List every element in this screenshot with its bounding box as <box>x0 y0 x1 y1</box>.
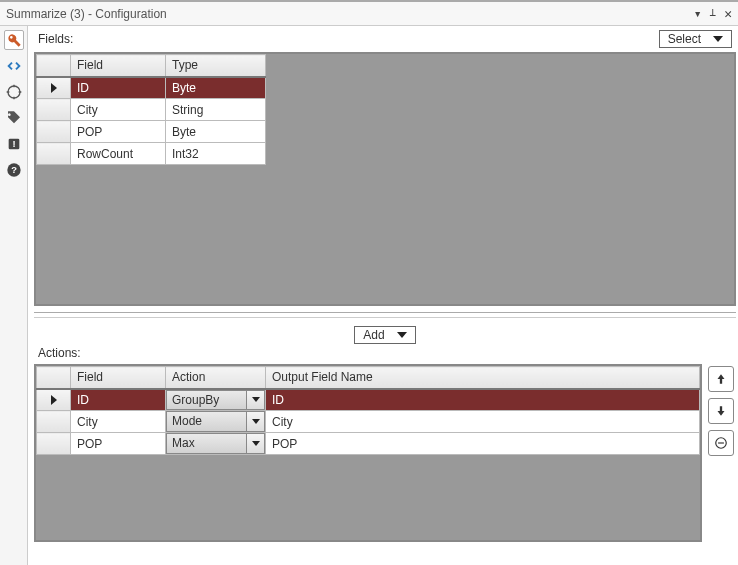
add-label: Add <box>363 328 384 342</box>
alert-icon[interactable]: ! <box>4 134 24 154</box>
table-row[interactable]: ID GroupBy ID <box>37 389 700 411</box>
row-indicator[interactable] <box>37 77 71 99</box>
reorder-buttons <box>708 364 736 542</box>
help-icon[interactable]: ? <box>4 160 24 180</box>
fields-grid-container: Field Type ID Byte City String <box>34 52 736 306</box>
actions-label: Actions: <box>38 346 81 360</box>
row-indicator[interactable] <box>37 99 71 121</box>
cell-field[interactable]: POP <box>71 433 166 455</box>
row-header-blank <box>37 367 71 389</box>
row-header-blank <box>37 55 71 77</box>
table-row[interactable]: RowCount Int32 <box>37 143 266 165</box>
cell-field[interactable]: POP <box>71 121 166 143</box>
row-indicator[interactable] <box>37 121 71 143</box>
section-divider <box>34 312 736 318</box>
cell-field[interactable]: ID <box>71 77 166 99</box>
svg-text:!: ! <box>12 139 15 149</box>
cell-field[interactable]: City <box>71 99 166 121</box>
svg-text:?: ? <box>11 165 17 175</box>
titlebar: Summarize (3) - Configuration ▾ ⟂ ✕ <box>0 0 738 26</box>
wrench-icon[interactable] <box>4 30 24 50</box>
row-indicator[interactable] <box>37 143 71 165</box>
col-header-field[interactable]: Field <box>71 367 166 389</box>
col-header-action[interactable]: Action <box>166 367 266 389</box>
cell-action[interactable]: GroupBy <box>166 389 266 411</box>
combo-value: GroupBy <box>166 390 247 411</box>
row-indicator[interactable] <box>37 433 71 455</box>
table-row[interactable]: POP Max POP <box>37 433 700 455</box>
chevron-down-icon <box>397 332 407 338</box>
actions-grid[interactable]: Field Action Output Field Name ID <box>36 366 700 455</box>
actions-grid-container: Field Action Output Field Name ID <box>34 364 702 542</box>
row-indicator[interactable] <box>37 389 71 411</box>
col-header-field[interactable]: Field <box>71 55 166 77</box>
action-combo[interactable]: Mode <box>166 411 265 432</box>
cell-action[interactable]: Mode <box>166 411 266 433</box>
tool-sidebar: ! ? <box>0 26 28 565</box>
cell-output[interactable]: POP <box>266 433 700 455</box>
action-combo[interactable]: GroupBy <box>166 390 265 411</box>
window-title: Summarize (3) - Configuration <box>6 7 167 21</box>
close-icon[interactable]: ✕ <box>724 6 732 21</box>
combo-value: Mode <box>166 411 247 432</box>
fields-label: Fields: <box>38 32 73 46</box>
chevron-down-icon[interactable] <box>247 433 265 454</box>
cell-action[interactable]: Max <box>166 433 266 455</box>
target-icon[interactable] <box>4 82 24 102</box>
cell-type[interactable]: Int32 <box>166 143 266 165</box>
table-row[interactable]: ID Byte <box>37 77 266 99</box>
window-controls: ▾ ⟂ ✕ <box>694 6 732 21</box>
cell-field[interactable]: ID <box>71 389 166 411</box>
col-header-type[interactable]: Type <box>166 55 266 77</box>
chevron-down-icon <box>713 36 723 42</box>
row-indicator[interactable] <box>37 411 71 433</box>
table-row[interactable]: POP Byte <box>37 121 266 143</box>
cell-type[interactable]: Byte <box>166 121 266 143</box>
minimize-icon[interactable]: ▾ <box>694 6 702 21</box>
move-down-button[interactable] <box>708 398 734 424</box>
select-label: Select <box>668 32 701 46</box>
svg-point-0 <box>8 86 20 98</box>
combo-value: Max <box>166 433 247 454</box>
cell-type[interactable]: String <box>166 99 266 121</box>
col-header-output[interactable]: Output Field Name <box>266 367 700 389</box>
fields-grid[interactable]: Field Type ID Byte City String <box>36 54 266 165</box>
code-icon[interactable] <box>4 56 24 76</box>
cell-field[interactable]: City <box>71 411 166 433</box>
pin-icon[interactable]: ⟂ <box>710 6 717 21</box>
table-row[interactable]: City String <box>37 99 266 121</box>
action-combo[interactable]: Max <box>166 433 265 454</box>
select-dropdown[interactable]: Select <box>659 30 732 48</box>
table-row[interactable]: City Mode City <box>37 411 700 433</box>
cell-type[interactable]: Byte <box>166 77 266 99</box>
add-dropdown[interactable]: Add <box>354 326 415 344</box>
remove-button[interactable] <box>708 430 734 456</box>
cell-field[interactable]: RowCount <box>71 143 166 165</box>
chevron-down-icon[interactable] <box>247 390 265 411</box>
chevron-down-icon[interactable] <box>247 411 265 432</box>
cell-output[interactable]: City <box>266 411 700 433</box>
cell-output[interactable]: ID <box>266 389 700 411</box>
tag-icon[interactable] <box>4 108 24 128</box>
move-up-button[interactable] <box>708 366 734 392</box>
